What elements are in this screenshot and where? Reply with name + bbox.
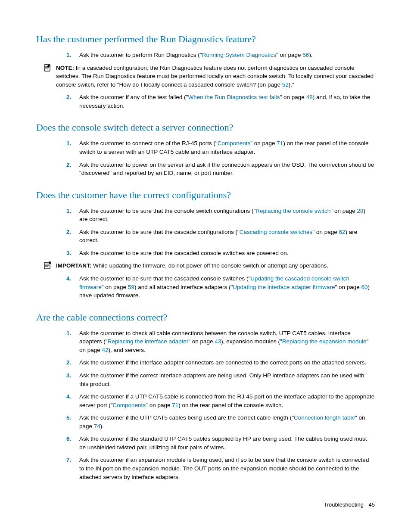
text: Ask the customer if the UTP CAT5 cables …: [79, 414, 294, 421]
text: " on page: [146, 402, 172, 408]
heading: Has the customer performed the Run Diagn…: [36, 34, 375, 45]
important-icon: !: [43, 261, 52, 273]
list-item: 3. Ask the customer to be sure that the …: [79, 249, 375, 258]
section-detect-connection: Does the console switch detect a server …: [36, 122, 375, 177]
text: ) on the rear panel of the console switc…: [178, 402, 283, 408]
text: While updating the firmware, do not powe…: [93, 262, 328, 269]
text: Ask the customer to be sure that the cas…: [79, 275, 250, 282]
page-ref[interactable]: 43: [215, 338, 221, 345]
text: Ask the customer if the correct interfac…: [79, 372, 364, 387]
text: ), and servers.: [109, 347, 146, 353]
text: Ask the customer if the interface adapte…: [79, 359, 366, 366]
text: " on page: [102, 284, 128, 290]
link-test-fails[interactable]: When the Run Diagnostics test fails: [188, 94, 280, 100]
section-run-diagnostics: Has the customer performed the Run Diagn…: [36, 34, 375, 110]
link-replacing-module[interactable]: Replacing the expansion module: [282, 338, 367, 345]
text: ).: [100, 423, 104, 429]
footer-page-number: 45: [369, 501, 375, 508]
text: Ask the customer to be sure that the cas…: [79, 229, 240, 235]
list-item: 2. Ask the customer to be sure that the …: [79, 228, 375, 245]
link-replacing-switch[interactable]: Replacing the console switch: [255, 208, 330, 214]
page-ref[interactable]: 71: [172, 402, 178, 408]
link-running-diagnostics[interactable]: Running System Diagnostics: [202, 52, 277, 58]
text: ).": [289, 81, 294, 88]
heading: Does the customer have the correct confi…: [36, 190, 375, 201]
page-ref[interactable]: 48: [306, 94, 313, 100]
list-item: 1. Ask the customer to check all cable c…: [79, 329, 375, 355]
list-item: 2. Ask the customer if the interface ada…: [79, 358, 375, 367]
note-icon: [43, 63, 52, 75]
page: Has the customer performed the Run Diagn…: [0, 0, 411, 532]
text: Ask the customer if any of the test fail…: [79, 94, 188, 100]
section-correct-configurations: Does the customer have the correct confi…: [36, 190, 375, 300]
list-item: 5. Ask the customer if the UTP CAT5 cabl…: [79, 414, 375, 430]
important-label: IMPORTANT:: [56, 262, 91, 269]
section-cable-connections: Are the cable connections correct? 1. As…: [36, 312, 375, 481]
link-updating-adapter-fw[interactable]: Updating the interface adapter firmware: [233, 284, 335, 290]
text: ).: [309, 52, 312, 58]
text: " on page: [330, 208, 357, 214]
text: Ask the customer to be sure that the cas…: [79, 250, 289, 256]
list-item: 1. Ask the customer to be sure that the …: [79, 207, 375, 224]
page-ref[interactable]: 74: [94, 423, 100, 429]
text: " on page: [280, 94, 306, 100]
text: " on page: [276, 52, 302, 58]
page-ref[interactable]: 28: [357, 208, 363, 214]
link-replacing-adapter[interactable]: Replacing the interface adapter: [108, 338, 189, 345]
page-ref[interactable]: 52: [282, 81, 289, 88]
footer-section: Troubleshooting: [324, 501, 364, 508]
text: In a cascaded configuration, the Run Dia…: [56, 65, 374, 88]
link-components[interactable]: Components: [113, 402, 146, 408]
text: " on page: [335, 284, 361, 290]
text: Ask the customer to perform Run Diagnost…: [79, 52, 202, 58]
list-item: 1. Ask the customer to connect one of th…: [79, 139, 375, 156]
page-ref[interactable]: 59: [128, 284, 134, 290]
page-ref[interactable]: 62: [339, 229, 345, 235]
page-ref[interactable]: 56: [302, 52, 309, 58]
note-callout: NOTE: In a cascaded configuration, the R…: [36, 64, 375, 89]
list-item: 2. Ask the customer to power on the serv…: [79, 161, 375, 177]
list-item: 2. Ask the customer if any of the test f…: [79, 93, 375, 110]
link-cascading[interactable]: Cascading console switches: [240, 229, 313, 235]
list-item: 4. Ask the customer if a UTP CAT5 cable …: [79, 392, 375, 409]
page-ref[interactable]: 60: [361, 284, 368, 290]
text: Ask the customer to connect one of the R…: [79, 140, 218, 146]
list-item: 4. Ask the customer to be sure that the …: [79, 274, 375, 300]
text: Ask the customer if an expansion module …: [79, 457, 369, 480]
text: Ask the customer to be sure that the con…: [79, 208, 255, 214]
heading: Does the console switch detect a server …: [36, 122, 375, 133]
page-ref[interactable]: 71: [277, 140, 283, 146]
important-callout: ! IMPORTANT: While updating the firmware…: [36, 261, 375, 270]
text: Ask the customer to power on the server …: [79, 162, 374, 177]
link-connection-length[interactable]: Connection length table: [294, 414, 355, 421]
text: " on page: [250, 140, 277, 146]
list-item: 3. Ask the customer if the correct inter…: [79, 371, 375, 388]
footer: Troubleshooting 45: [324, 501, 375, 508]
text: Ask the customer if the standard UTP CAT…: [79, 436, 367, 451]
page-ref[interactable]: 42: [102, 347, 109, 353]
text: " on page: [188, 338, 215, 345]
heading: Are the cable connections correct?: [36, 312, 375, 323]
text: ), expansion modules (": [221, 338, 282, 345]
text: " on page: [312, 229, 339, 235]
link-components[interactable]: Components: [218, 140, 251, 146]
note-label: NOTE:: [56, 65, 74, 71]
list-item: 7. Ask the customer if an expansion modu…: [79, 456, 375, 481]
text: ) and all attached interface adapters (": [134, 284, 233, 290]
list-item: 1. Ask the customer to perform Run Diagn…: [79, 51, 375, 59]
list-item: 6. Ask the customer if the standard UTP …: [79, 435, 375, 451]
